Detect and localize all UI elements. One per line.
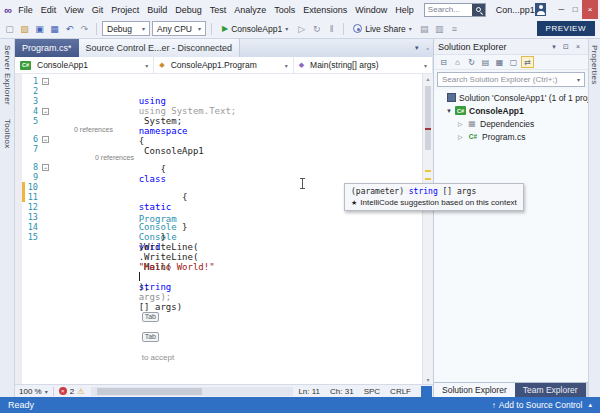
- extensions-icon[interactable]: ≡: [448, 24, 461, 34]
- document-tab[interactable]: Program.cs*: [15, 39, 79, 57]
- undo-icon[interactable]: ↶: [63, 24, 76, 34]
- search-icon[interactable]: [472, 4, 485, 16]
- solution-search-input[interactable]: Search Solution Explorer (Ctrl+;) ▾: [437, 72, 585, 87]
- menu-item[interactable]: Project: [107, 4, 143, 16]
- scrollbar-thumb[interactable]: [425, 86, 431, 150]
- active-files-dropdown-icon[interactable]: ▾: [411, 39, 423, 57]
- object-browser-icon[interactable]: ▥: [433, 24, 446, 34]
- breadcrumb-segment[interactable]: ConsoleApp1 ▾: [15, 57, 154, 73]
- pin-icon[interactable]: ⊡: [560, 43, 572, 51]
- vertical-scrollbar[interactable]: ▴ ▾: [422, 74, 433, 384]
- minimize-button[interactable]: ─: [554, 0, 568, 19]
- chevron-down-icon: ▾: [142, 25, 145, 32]
- chevron-up-icon[interactable]: ▴: [588, 401, 592, 409]
- preview-button[interactable]: PREVIEW: [537, 21, 595, 36]
- home-icon[interactable]: ⌂: [451, 56, 464, 68]
- command-window-icon[interactable]: ▤: [418, 24, 431, 34]
- line-ending-indicator[interactable]: CRLF: [390, 387, 411, 396]
- horizontal-scrollbar[interactable]: [91, 387, 293, 396]
- magnifier-icon: [476, 7, 481, 12]
- save-all-icon[interactable]: ▦: [48, 24, 61, 34]
- solution-configuration-dropdown[interactable]: Debug ▾: [102, 21, 150, 36]
- line-number: 8: [25, 162, 42, 172]
- fold-toggle-icon[interactable]: −: [42, 78, 49, 85]
- collapsed-arrow-icon[interactable]: ▷: [458, 134, 463, 140]
- menu-item[interactable]: Edit: [37, 4, 61, 16]
- tree-item[interactable]: ▼ ConsoleApp1: [434, 104, 588, 117]
- zoom-control[interactable]: 100 % ▾: [19, 387, 48, 396]
- tree-item[interactable]: ▷ Program.cs: [434, 130, 588, 143]
- scrollbar-thumb[interactable]: [97, 388, 202, 395]
- editor-group: Program.cs* Source Control E...er - Disc…: [15, 39, 433, 397]
- expanded-arrow-icon[interactable]: ▼: [446, 108, 452, 114]
- tool-window-tab[interactable]: Properties: [590, 45, 599, 84]
- quick-search-input[interactable]: Search...: [424, 3, 486, 17]
- menu-item[interactable]: Window: [351, 4, 391, 16]
- refresh-icon[interactable]: ↻: [465, 56, 478, 68]
- float-window-icon[interactable]: ▫: [423, 39, 433, 57]
- menu-item[interactable]: Analyze: [230, 4, 270, 16]
- properties-icon[interactable]: ▦: [493, 56, 506, 68]
- fold-toggle-icon[interactable]: −: [42, 136, 49, 143]
- document-tab[interactable]: Source Control E...er - Disconnected: [79, 39, 241, 57]
- user-avatar-icon[interactable]: [535, 3, 546, 16]
- hot-reload-icon[interactable]: ↻: [310, 24, 323, 34]
- tree-item[interactable]: Solution 'ConsoleApp1' (1 of 1 project): [434, 91, 588, 104]
- menu-item[interactable]: Git: [88, 4, 108, 16]
- tool-window-tab[interactable]: Toolbox: [3, 119, 12, 149]
- right-tool-tab-strip: Properties: [588, 39, 600, 397]
- code-text: }: [52, 212, 166, 222]
- spaces-indicator[interactable]: SPC: [364, 387, 380, 396]
- panel-title: Solution Explorer: [438, 42, 548, 52]
- tree-item-icon: [467, 119, 477, 128]
- save-icon[interactable]: ▣: [33, 24, 46, 34]
- scroll-down-icon[interactable]: ▾: [423, 376, 433, 383]
- collapsed-arrow-icon[interactable]: ▷: [458, 121, 463, 127]
- tool-window-tab[interactable]: Server Explorer: [3, 45, 12, 105]
- breadcrumb-segment[interactable]: Main(string[] args) ▾: [294, 57, 433, 73]
- warning-icon[interactable]: ⚠: [77, 387, 84, 396]
- collapse-all-icon[interactable]: ⊟: [437, 56, 450, 68]
- code-line: 6 − class Program: [15, 134, 433, 144]
- menu-item[interactable]: File: [14, 4, 37, 16]
- tree-item[interactable]: ▷ Dependencies: [434, 117, 588, 130]
- close-button[interactable]: ×: [582, 0, 598, 19]
- menu-item[interactable]: Debug: [171, 4, 206, 16]
- menu-item[interactable]: View: [60, 4, 87, 16]
- error-icon[interactable]: [59, 387, 67, 395]
- live-share-button[interactable]: Live Share ▾: [349, 24, 416, 34]
- sync-with-active-document-icon[interactable]: ⇄: [521, 56, 534, 68]
- open-file-icon[interactable]: ▨: [18, 24, 31, 34]
- menu-item[interactable]: Extensions: [299, 4, 351, 16]
- solution-platform-dropdown[interactable]: Any CPU ▾: [152, 21, 206, 36]
- break-all-icon[interactable]: ‖: [325, 24, 338, 34]
- menu-item[interactable]: Help: [391, 4, 418, 16]
- fold-toggle-icon[interactable]: −: [42, 108, 49, 115]
- codelens-references[interactable]: 0 references: [15, 126, 433, 134]
- start-without-debugging-icon[interactable]: ▷: [295, 24, 308, 34]
- menu-item[interactable]: Test: [206, 4, 231, 16]
- close-icon[interactable]: ×: [572, 43, 584, 50]
- scroll-up-icon[interactable]: ▴: [423, 75, 433, 82]
- breadcrumb-segment[interactable]: ConsoleApp1.Program ▾: [154, 57, 293, 73]
- issue-count[interactable]: 2: [70, 387, 74, 396]
- fold-toggle-icon[interactable]: −: [42, 164, 49, 171]
- preview-selected-items-icon[interactable]: ▢: [507, 56, 520, 68]
- code-editor[interactable]: 1 − using System;: [15, 74, 433, 384]
- show-all-files-icon[interactable]: ▤: [479, 56, 492, 68]
- configuration-value: Debug: [107, 24, 132, 34]
- menu-item[interactable]: Tools: [270, 4, 299, 16]
- panel-tab[interactable]: Solution Explorer: [434, 383, 515, 397]
- code-line: 5 {: [15, 116, 433, 126]
- start-debugging-button[interactable]: ▶ ConsoleApp1 ▾: [217, 21, 293, 37]
- window-position-icon[interactable]: ▾: [548, 43, 560, 51]
- redo-icon[interactable]: ↷: [78, 24, 91, 34]
- add-to-source-control-button[interactable]: Add to Source Control: [499, 400, 583, 410]
- menu-bar: ∞ File Edit View Git Project Build Debug…: [0, 0, 600, 19]
- maximize-button[interactable]: □: [568, 0, 582, 19]
- panel-tab[interactable]: Team Explorer: [515, 383, 586, 397]
- document-tab-bar: Program.cs* Source Control E...er - Disc…: [15, 39, 433, 57]
- menu-item[interactable]: Build: [143, 4, 171, 16]
- new-project-icon[interactable]: ▢: [3, 24, 16, 34]
- chevron-down-icon: ▾: [577, 76, 580, 83]
